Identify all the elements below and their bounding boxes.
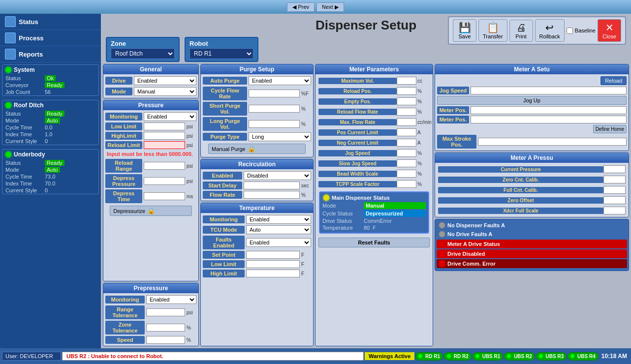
max-flow-rate-input[interactable]: 22 bbox=[397, 118, 416, 126]
temp-high-limit-input[interactable]: 85 bbox=[246, 270, 300, 277]
node-ubs-r1[interactable]: UBS R1 bbox=[473, 352, 503, 361]
depress-pressure-row: Depress Pressure 0 psi bbox=[105, 174, 196, 188]
meter-a-setup-panel: Meter A Setu Reload Jog Speed Nor Jog Up… bbox=[435, 64, 629, 151]
recirc-enabled-select[interactable]: Disabled bbox=[244, 171, 311, 180]
reload-pos-input[interactable]: 20 bbox=[397, 87, 416, 95]
node-ubs-r4[interactable]: UBS R4 bbox=[568, 352, 598, 361]
mode-select[interactable]: Manual bbox=[134, 87, 196, 96]
tcpp-scale-factor-row: TCPP Scale Factor 1 % bbox=[317, 180, 431, 188]
auto-purge-select[interactable]: Enabled bbox=[249, 76, 311, 85]
temperature-panel: Temperature Monitoring Enabled TCU Mode … bbox=[200, 203, 314, 346]
sidebar-item-status[interactable]: Status bbox=[0, 14, 101, 30]
speed-row: Speed 30 % bbox=[105, 336, 196, 344]
cycle-flow-rate-row: Cycle Flow Rate 10 %F bbox=[203, 87, 311, 100]
reset-faults-button[interactable]: Reset Faults bbox=[318, 238, 430, 247]
print-button[interactable]: 🖨 Print bbox=[509, 20, 533, 42]
max-vol-input[interactable]: 70 bbox=[397, 77, 416, 85]
tcpp-scale-factor-input[interactable]: 1 bbox=[397, 180, 416, 188]
high-limit-input[interactable]: 3200 bbox=[144, 132, 185, 140]
meter-a-pressure-body: Current Pressure 1946 Zero Cnt. Calib. 9… bbox=[435, 163, 629, 217]
reload-flow-rate-input[interactable]: 15 bbox=[397, 108, 416, 116]
xdcr-full-scale-row: Xdcr Full Scale 900 bbox=[437, 206, 627, 215]
define-home-container: Define Home bbox=[437, 125, 627, 133]
neg-current-limit-input[interactable]: 12 bbox=[397, 139, 416, 147]
start-delay-input[interactable]: 10 bbox=[244, 182, 300, 189]
current-pressure-input[interactable]: 1946 bbox=[603, 165, 626, 173]
speed-input[interactable]: 30 bbox=[146, 336, 185, 344]
zero-offset-input[interactable]: 0 bbox=[603, 196, 626, 204]
purge-setup-panel: Purge Setup Auto Purge Enabled Cycle Flo… bbox=[200, 64, 314, 157]
manual-purge-button[interactable]: Manual Purge 🔒 bbox=[208, 144, 306, 154]
long-purge-vol-input[interactable]: 75 bbox=[249, 120, 300, 128]
node-rd-r2[interactable]: RD R2 bbox=[444, 352, 472, 361]
reload-range-input[interactable]: 200 bbox=[144, 162, 185, 170]
tcu-mode-select[interactable]: Auto bbox=[246, 225, 311, 234]
short-purge-vol-input[interactable]: 30 bbox=[249, 105, 300, 113]
pre-monitoring-select[interactable]: Enabled bbox=[146, 295, 196, 304]
monitoring-select[interactable]: Enabled bbox=[144, 112, 196, 121]
meter-params-panel: Meter Parameters Maximum Vol. 70 cc Relo… bbox=[315, 64, 433, 346]
transfer-button[interactable]: 📋 Transfer bbox=[478, 19, 507, 42]
close-button[interactable]: ✕ Close bbox=[598, 19, 621, 42]
meter-a-jog-speed-row: Jog Speed Nor bbox=[437, 87, 627, 94]
temp-set-point-input[interactable]: 80 bbox=[246, 251, 300, 259]
save-button[interactable]: 💾 Save bbox=[453, 19, 476, 42]
jog-up-button[interactable]: Jog Up bbox=[437, 96, 627, 105]
jog-speed-meter-input[interactable]: 30 bbox=[397, 149, 416, 157]
meter-params-body: Maximum Vol. 70 cc Reload Pos. 20 % Empt… bbox=[316, 74, 433, 346]
temp-low-limit-input[interactable]: 75 bbox=[246, 260, 300, 268]
prev-button[interactable]: ◀ Prev bbox=[287, 2, 315, 12]
bead-width-scale-input[interactable]: 1 bbox=[397, 170, 416, 178]
depress-pressure-input[interactable]: 0 bbox=[144, 177, 185, 185]
baseline-checkbox[interactable] bbox=[567, 28, 573, 34]
reload-limit-row: Reload Limit 22222 psi bbox=[105, 141, 196, 149]
depress-time-input[interactable]: 100 bbox=[144, 192, 185, 200]
meter-pos1-input[interactable]: 0 bbox=[471, 106, 627, 114]
xdcr-full-scale-input[interactable]: 900 bbox=[603, 207, 626, 214]
meter-a-body: Reload Jog Speed Nor Jog Up Meter Pos. 0… bbox=[435, 74, 629, 151]
recirc-flow-rate-input[interactable]: 10 bbox=[244, 191, 300, 199]
full-cnt-calib-input[interactable]: 1400 bbox=[603, 186, 626, 194]
short-purge-vol-row: Short Purge Vol. 30 % bbox=[203, 102, 311, 116]
meter-pos2-input[interactable]: 0 bbox=[471, 116, 627, 123]
temp-status-row: Temperature 80 F bbox=[321, 224, 427, 231]
depressurize-button[interactable]: Depressurize 🔒 bbox=[110, 206, 192, 216]
zero-cnt-calib-input[interactable]: 9400 bbox=[603, 176, 626, 183]
mode-status-row: Mode Manual bbox=[321, 202, 427, 210]
max-stroke-pos-input[interactable]: 1077 bbox=[478, 138, 627, 146]
rollback-button[interactable]: ↩ Rollback bbox=[535, 19, 565, 42]
next-button[interactable]: Next ▶ bbox=[316, 2, 344, 12]
start-delay-row: Start Delay 10 sec bbox=[203, 182, 311, 189]
print-icon: 🖨 bbox=[516, 22, 526, 33]
zone-select[interactable]: Roof Ditch bbox=[111, 48, 175, 59]
node-ubs-r2[interactable]: UBS R2 bbox=[504, 352, 535, 361]
rollback-icon: ↩ bbox=[545, 22, 554, 33]
reload-button[interactable]: Reload bbox=[600, 76, 627, 85]
save-icon: 💾 bbox=[459, 22, 471, 33]
robot-select[interactable]: RD R1 bbox=[189, 48, 253, 59]
define-home-button[interactable]: Define Home bbox=[593, 125, 627, 133]
range-tolerance-input[interactable]: 200 bbox=[146, 308, 185, 316]
pos-current-limit-input[interactable]: 12 bbox=[397, 128, 416, 136]
reload-limit-input[interactable]: 22222 bbox=[144, 141, 185, 149]
meter-a-jog-speed-input[interactable]: Nor bbox=[471, 87, 627, 94]
low-limit-input[interactable]: 2 bbox=[144, 122, 185, 130]
prepressure-panel: Prepressure Monitoring Enabled Range Tol… bbox=[103, 283, 199, 346]
node-led-ubs-r4 bbox=[570, 354, 574, 358]
empty-pos-input[interactable]: 95 bbox=[397, 97, 416, 105]
faults-enabled-select[interactable]: Enabled bbox=[246, 238, 311, 247]
cycle-flow-rate-input[interactable]: 10 bbox=[249, 90, 300, 97]
recirc-flow-rate-row: Flow Rate 10 % bbox=[203, 191, 311, 199]
node-rd-r1[interactable]: RD R1 bbox=[415, 352, 443, 361]
drive-select[interactable]: Enabled bbox=[134, 76, 196, 85]
zone-tolerance-input[interactable]: 5 bbox=[146, 324, 185, 332]
sidebar-item-process[interactable]: Process bbox=[0, 30, 101, 46]
temp-monitoring-select[interactable]: Enabled bbox=[246, 215, 311, 224]
meter-a-drive-status-row: Meter A Drive Status bbox=[437, 240, 627, 248]
slow-jog-speed-input[interactable]: 5 bbox=[397, 159, 416, 167]
purge-type-select[interactable]: Long bbox=[249, 132, 311, 141]
sidebar-item-reports[interactable]: Reports bbox=[0, 46, 101, 62]
meter-pos2-row: Meter Pos. 0 bbox=[437, 116, 627, 123]
node-ubs-r3[interactable]: UBS R3 bbox=[536, 352, 567, 361]
roof-ditch-led bbox=[5, 102, 11, 108]
